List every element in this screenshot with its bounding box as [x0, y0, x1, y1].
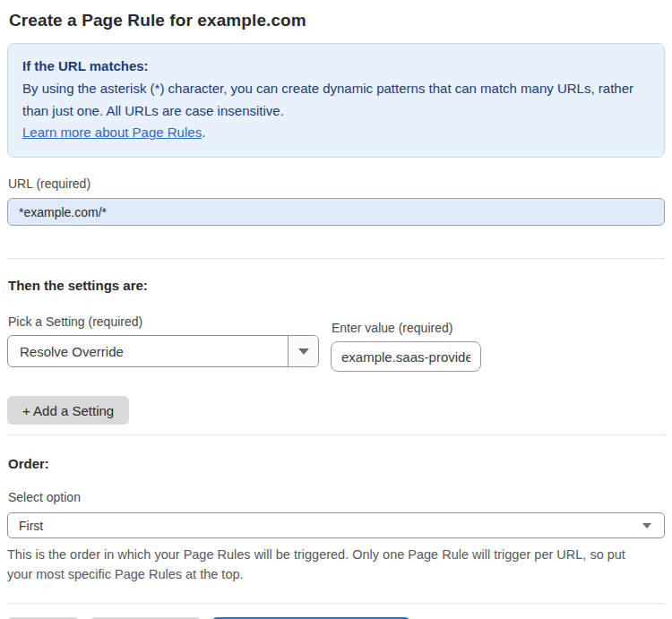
- settings-section-heading: Then the settings are:: [8, 278, 665, 293]
- url-field-label: URL (required): [8, 176, 665, 191]
- info-box-body: By using the asterisk (*) character, you…: [22, 78, 650, 123]
- setting-picker-selected-value: Resolve Override: [8, 336, 288, 366]
- setting-value-input[interactable]: [331, 341, 481, 372]
- divider: [7, 603, 665, 604]
- setting-picker-column: Pick a Setting (required) Resolve Overri…: [7, 314, 319, 367]
- order-section-heading: Order:: [8, 456, 665, 471]
- divider: [7, 434, 665, 435]
- value-field-label: Enter value (required): [332, 321, 481, 335]
- url-match-info-box: If the URL matches: By using the asteris…: [7, 43, 665, 158]
- info-box-link-line: Learn more about Page Rules.: [22, 122, 650, 144]
- setting-picker-label: Pick a Setting (required): [8, 314, 319, 329]
- add-setting-button[interactable]: + Add a Setting: [7, 396, 129, 425]
- chevron-down-icon: [298, 348, 309, 355]
- setting-value-column: Enter value (required): [331, 321, 481, 372]
- divider: [7, 258, 665, 259]
- page-title: Create a Page Rule for example.com: [9, 11, 665, 30]
- order-select-label: Select option: [8, 490, 665, 504]
- learn-more-link[interactable]: Learn more about Page Rules: [22, 125, 202, 140]
- url-input[interactable]: [7, 198, 665, 226]
- create-page-rule-panel: Create a Page Rule for example.com If th…: [0, 0, 672, 619]
- info-box-heading: If the URL matches:: [22, 56, 650, 78]
- order-selected-value: First: [19, 519, 43, 533]
- chevron-down-icon: [642, 523, 651, 529]
- order-dropdown[interactable]: First: [7, 512, 665, 538]
- link-suffix: .: [202, 125, 205, 140]
- setting-picker-arrow-button[interactable]: [288, 336, 318, 366]
- settings-row: Pick a Setting (required) Resolve Overri…: [7, 314, 665, 372]
- setting-picker-dropdown[interactable]: Resolve Override: [7, 335, 319, 367]
- order-help-text: This is the order in which your Page Rul…: [7, 545, 652, 585]
